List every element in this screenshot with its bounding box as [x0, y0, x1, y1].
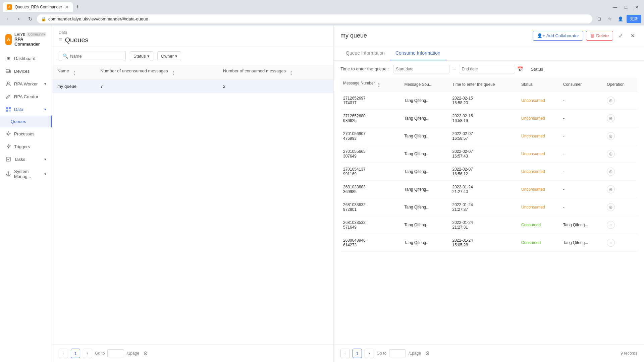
msg-source-cell: Tang Qifeng... — [402, 234, 450, 252]
calendar-icon[interactable]: 📅 — [517, 66, 523, 72]
dashboard-icon: ⊞ — [5, 55, 11, 61]
profile-button[interactable]: 👤 — [616, 14, 625, 23]
msg-operation-cell[interactable]: ⊕ — [604, 145, 637, 163]
detail-footer: ‹ 1 › Go to /1page ⚙ 9 records — [334, 344, 644, 362]
owner-filter-button[interactable]: Owner ▾ — [157, 51, 181, 61]
sidebar-item-triggers[interactable]: Triggers — [0, 140, 52, 153]
tab-close-button[interactable]: ✕ — [65, 4, 69, 10]
sidebar-item-label-data: Data — [14, 107, 23, 112]
queue-table-footer: ‹ 1 › Go to /1page ⚙ — [52, 344, 333, 362]
operation-button[interactable]: ○ — [607, 239, 615, 247]
bookmark-button[interactable]: ☆ — [605, 14, 614, 23]
col-consumed[interactable]: Number of consumed messages ▲▼ — [218, 65, 333, 80]
operation-button[interactable]: ⊕ — [607, 168, 615, 176]
tasks-icon — [5, 156, 11, 162]
update-button[interactable]: 更新 — [627, 15, 641, 23]
next-page-button[interactable]: › — [83, 349, 92, 358]
msg-time-cell: 2022-02-15 16:58:20 — [449, 92, 519, 110]
sidebar-item-rpa-worker[interactable]: RPA Worker ▾ — [0, 77, 52, 90]
maximize-button[interactable]: □ — [621, 2, 631, 12]
msg-time-cell: 2022-01-24 21:27:31 — [449, 216, 519, 234]
msg-table-settings-icon[interactable]: ⚙ — [425, 350, 430, 357]
reload-button[interactable]: ↻ — [25, 14, 35, 23]
svg-point-3 — [7, 82, 9, 84]
msg-next-page-button[interactable]: › — [365, 349, 374, 358]
queue-name-cell: my queue — [52, 80, 95, 93]
msg-status-cell: Unconsumed — [519, 110, 560, 127]
close-detail-button[interactable]: ✕ — [628, 31, 637, 41]
system-manage-expand-icon: ▾ — [44, 172, 46, 176]
table-row[interactable]: my queue 7 2 — [52, 80, 333, 93]
sidebar-nav: ⊞ Dashboard Devices RPA Worker ▾ — [0, 52, 52, 358]
col-msg-source: Message Sou... — [402, 77, 450, 92]
col-unconsumed[interactable]: Number of unconsumed messages ▲▼ — [95, 65, 218, 80]
col-operation: Operation — [604, 77, 637, 92]
col-name[interactable]: Name ▲▼ — [52, 65, 95, 80]
msg-prev-page-button[interactable]: ‹ — [340, 349, 350, 358]
sidebar: A LAIYE Community RPA Commander ⊞ Dashbo… — [0, 25, 52, 362]
forward-button[interactable]: › — [14, 14, 23, 23]
msg-operation-cell[interactable]: ⊕ — [604, 163, 637, 181]
sidebar-item-dashboard[interactable]: ⊞ Dashboard — [0, 52, 52, 65]
operation-button[interactable]: ○ — [607, 221, 615, 229]
operation-button[interactable]: ⊕ — [607, 185, 615, 193]
minimize-button[interactable]: — — [610, 2, 620, 12]
new-tab-button[interactable]: + — [73, 2, 82, 12]
sidebar-item-system-manage[interactable]: System Manag... ▾ — [0, 166, 52, 182]
delete-button[interactable]: 🗑 Delete — [586, 31, 613, 41]
screenshot-button[interactable]: ⊡ — [594, 14, 604, 23]
close-window-button[interactable]: ✕ — [632, 2, 641, 12]
svg-rect-0 — [6, 69, 9, 72]
msg-operation-cell[interactable]: ⊕ — [604, 92, 637, 110]
goto-input[interactable] — [107, 349, 124, 357]
msg-source-cell: Tang Qifeng... — [402, 163, 450, 181]
sidebar-item-label-triggers: Triggers — [14, 144, 30, 149]
msg-operation-cell[interactable]: ⊕ — [604, 198, 637, 216]
sidebar-item-tasks[interactable]: Tasks ▾ — [0, 153, 52, 166]
sidebar-item-processes[interactable]: Processes — [0, 127, 52, 140]
start-date-input[interactable] — [393, 65, 449, 73]
msg-operation-cell[interactable]: ○ — [604, 234, 637, 252]
table-settings-icon[interactable]: ⚙ — [143, 350, 148, 357]
msg-operation-cell[interactable]: ○ — [604, 216, 637, 234]
active-tab[interactable]: A Queues_RPA Commander ✕ — [3, 2, 73, 12]
svg-rect-10 — [8, 172, 9, 172]
add-collaborator-button[interactable]: 👤+ Add Collaborator — [533, 31, 583, 41]
expand-button[interactable]: ⤢ — [616, 31, 625, 41]
prev-page-button[interactable]: ‹ — [59, 349, 68, 358]
end-date-input[interactable] — [459, 65, 515, 73]
current-page: 1 — [71, 349, 80, 358]
search-input[interactable] — [70, 54, 122, 59]
svg-rect-4 — [6, 107, 8, 109]
operation-button[interactable]: ⊕ — [607, 97, 615, 105]
tab-queue-information[interactable]: Queue Information — [340, 46, 390, 60]
operation-button[interactable]: ⊕ — [607, 132, 615, 140]
sidebar-item-data[interactable]: Data ▾ — [0, 103, 52, 116]
msg-status-cell: Unconsumed — [519, 181, 560, 198]
msg-time-cell: 2022-01-24 15:05:28 — [449, 234, 519, 252]
queue-table: Name ▲▼ Number of unconsumed messages ▲▼ — [52, 65, 333, 93]
operation-button[interactable]: ⊕ — [607, 114, 615, 122]
operation-button[interactable]: ⊕ — [607, 203, 615, 211]
back-button[interactable]: ‹ — [3, 14, 12, 23]
list-item: 2680648946 614273 Tang Qifeng... 2022-01… — [340, 234, 637, 252]
status-filter-button[interactable]: Status ▾ — [130, 51, 153, 61]
search-input-wrap[interactable]: 🔍 — [59, 51, 126, 61]
col-msg-number[interactable]: Message Number ▲▼ — [340, 77, 402, 92]
list-item: 2681033683 369985 Tang Qifeng... 2022-01… — [340, 181, 637, 198]
sidebar-toggle-icon[interactable]: ≡ — [59, 37, 62, 44]
sidebar-item-rpa-creator[interactable]: RPA Creator — [0, 90, 52, 103]
msg-operation-cell[interactable]: ⊕ — [604, 181, 637, 198]
address-input[interactable]: 🔒 commander.laiye.uk/view/commander/#/da… — [37, 14, 592, 23]
sidebar-item-label-rpa-worker: RPA Worker — [14, 81, 38, 86]
tab-consume-information[interactable]: Consume Information — [390, 46, 446, 60]
app-wrapper: A LAIYE Community RPA Commander ⊞ Dashbo… — [0, 25, 644, 362]
msg-source-cell: Tang Qifeng... — [402, 181, 450, 198]
sidebar-item-queues[interactable]: Queues — [0, 116, 52, 127]
operation-button[interactable]: ⊕ — [607, 150, 615, 158]
msg-operation-cell[interactable]: ⊕ — [604, 127, 637, 145]
msg-goto-input[interactable] — [389, 349, 406, 357]
msg-consumer-cell: - — [560, 92, 604, 110]
msg-operation-cell[interactable]: ⊕ — [604, 110, 637, 127]
sidebar-item-devices[interactable]: Devices — [0, 65, 52, 77]
